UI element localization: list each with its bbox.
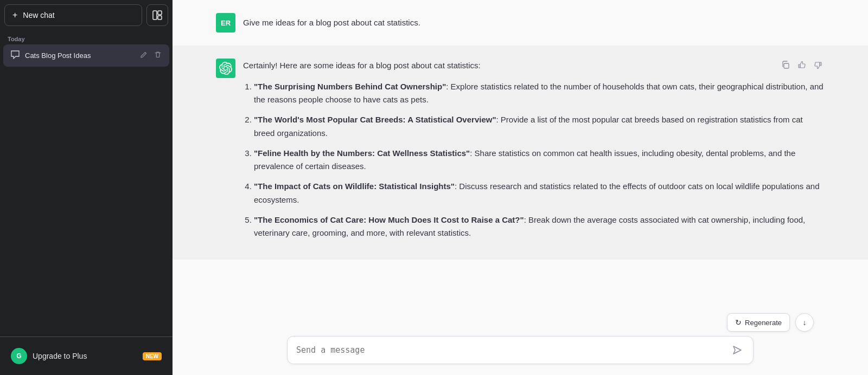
new-chat-button[interactable]: + New chat: [4, 4, 142, 26]
chat-list-item[interactable]: Cats Blog Post Ideas: [3, 44, 169, 67]
trash-icon: [154, 51, 162, 59]
regenerate-label: Regenerate: [745, 319, 782, 327]
send-icon: [732, 345, 742, 355]
ai-list-item: "Feline Health by the Numbers: Cat Welln…: [254, 147, 825, 174]
delete-chat-button[interactable]: [152, 50, 164, 61]
thumbs-up-button[interactable]: [795, 59, 808, 74]
user-avatar: G: [11, 348, 27, 364]
thumbs-down-icon: [814, 61, 822, 69]
ai-list-item: "The World's Most Popular Cat Breeds: A …: [254, 113, 825, 140]
message-input-wrapper: [287, 336, 754, 364]
user-message: ER Give me ideas for a blog post about c…: [173, 0, 868, 46]
new-chat-label: New chat: [23, 11, 54, 20]
layout-icon: [152, 10, 162, 20]
sidebar-top: + New chat: [0, 0, 173, 30]
chat-item-label: Cats Blog Post Ideas: [25, 51, 132, 60]
message-icon: [11, 50, 20, 59]
scroll-down-icon: ↓: [803, 318, 807, 327]
message-input[interactable]: [296, 345, 730, 355]
svg-rect-2: [158, 16, 162, 20]
regenerate-area: ↻ Regenerate ↓: [727, 313, 814, 332]
send-button[interactable]: [730, 343, 744, 357]
scroll-down-button[interactable]: ↓: [795, 313, 814, 332]
ai-message-list: "The Surprising Numbers Behind Cat Owner…: [243, 80, 825, 241]
new-badge: NEW: [143, 352, 162, 360]
thumbs-down-button[interactable]: [812, 59, 825, 74]
sidebar-bottom: G Upgrade to Plus NEW: [0, 337, 173, 375]
user-message-text: Give me ideas for a blog post about cat …: [243, 13, 420, 29]
input-area: [173, 329, 868, 375]
copy-button[interactable]: [779, 59, 792, 74]
svg-rect-0: [153, 11, 157, 20]
edit-chat-button[interactable]: [138, 50, 150, 61]
ai-message-intro: Certainly! Here are some ideas for a blo…: [243, 59, 825, 73]
edit-icon: [140, 51, 148, 59]
plus-icon: +: [12, 10, 17, 20]
svg-rect-5: [820, 62, 822, 66]
ai-list-item: "The Impact of Cats on Wildlife: Statist…: [254, 180, 825, 207]
chat-area: ER Give me ideas for a blog post about c…: [173, 0, 868, 329]
ai-message-actions: [779, 59, 825, 74]
copy-icon: [781, 61, 790, 69]
upgrade-label: Upgrade to Plus: [33, 352, 87, 360]
chat-item-actions: [138, 50, 164, 61]
upgrade-button[interactable]: G Upgrade to Plus NEW: [5, 342, 167, 370]
sidebar: + New chat Today Cats Blog Post Ideas: [0, 0, 173, 375]
chatgpt-logo-icon: [219, 62, 232, 75]
svg-rect-1: [158, 11, 162, 15]
sidebar-layout-button[interactable]: [146, 4, 168, 26]
thumbs-up-icon: [797, 61, 806, 69]
ai-list-item: "The Surprising Numbers Behind Cat Owner…: [254, 80, 825, 107]
ai-message-content: Certainly! Here are some ideas for a blo…: [243, 59, 825, 247]
today-label: Today: [0, 30, 173, 44]
svg-rect-4: [799, 64, 800, 68]
chat-icon: [11, 50, 20, 61]
user-message-avatar: ER: [216, 13, 235, 33]
ai-message: Certainly! Here are some ideas for a blo…: [173, 46, 868, 260]
regenerate-button[interactable]: ↻ Regenerate: [727, 313, 790, 332]
regenerate-icon: ↻: [735, 318, 742, 327]
ai-list-item: "The Economics of Cat Care: How Much Doe…: [254, 214, 825, 241]
svg-rect-3: [784, 63, 789, 68]
ai-avatar: [216, 59, 235, 78]
main-content: ER Give me ideas for a blog post about c…: [173, 0, 868, 375]
today-section: Today Cats Blog Post Ideas: [0, 30, 173, 67]
